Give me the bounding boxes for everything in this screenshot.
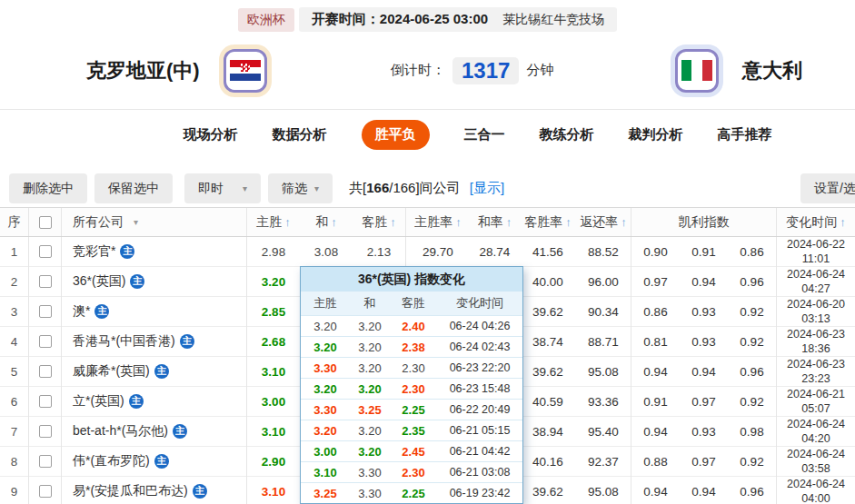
col-draw-rate[interactable]: 和率↑ xyxy=(470,208,520,236)
col-away-win[interactable]: 客胜↑ xyxy=(353,208,406,236)
kickoff-strip: 开赛时间：2024-06-25 03:00 莱比锡红牛竞技场 xyxy=(299,7,617,32)
filter-dropdown[interactable]: 筛选▾ xyxy=(268,173,333,203)
return-rate: 95.08 xyxy=(576,357,631,387)
settings-button[interactable]: 设置/选 xyxy=(800,173,855,203)
company-name[interactable]: 伟*(直布罗陀)主 xyxy=(62,447,247,477)
tab-bar: 现场分析数据分析胜平负三合一教练分析裁判分析高手推荐 xyxy=(50,110,855,161)
tab-5[interactable]: 教练分析 xyxy=(540,120,594,150)
tab-6[interactable]: 裁判分析 xyxy=(629,120,683,150)
away-rate: 39.62 xyxy=(520,357,576,387)
change-time: 2024-06-2211:01 xyxy=(777,237,855,267)
popup-col-2: 和 xyxy=(350,292,390,315)
away-rate: 38.74 xyxy=(520,327,576,357)
row-checkbox[interactable] xyxy=(39,245,52,258)
change-time: 2024-06-2404:00 xyxy=(777,477,855,504)
italy-flag-icon xyxy=(675,49,719,93)
popup-home-odds: 3.20 xyxy=(301,379,350,399)
show-link[interactable]: [显示] xyxy=(470,180,504,195)
row-checkbox[interactable] xyxy=(39,395,52,408)
odds-home: 3.20 xyxy=(247,267,300,297)
row-seq: 4 xyxy=(0,327,29,357)
popup-change-time: 06-23 15:48 xyxy=(437,379,522,399)
away-rate: 38.94 xyxy=(520,417,576,447)
main-company-badge-icon: 主 xyxy=(193,484,207,499)
draw-rate: 28.74 xyxy=(470,237,520,267)
company-name[interactable]: 香港马*(中国香港)主 xyxy=(62,327,247,357)
popup-away-odds: 2.25 xyxy=(390,400,437,420)
col-away-rate[interactable]: 客胜率↑ xyxy=(520,208,576,236)
company-name[interactable]: bet-at-h*(马尔他)主 xyxy=(62,417,247,447)
chevron-down-icon: ▾ xyxy=(134,217,138,227)
popup-away-odds: 2.30 xyxy=(390,462,437,482)
popup-draw-odds: 3.30 xyxy=(350,462,390,482)
popup-away-odds: 2.38 xyxy=(390,337,437,357)
popup-header: 主胜和客胜变化时间 xyxy=(301,292,522,315)
row-checkbox[interactable] xyxy=(39,335,52,348)
change-time: 2024-06-2404:20 xyxy=(777,417,855,447)
return-rate: 92.37 xyxy=(576,447,631,477)
odds-away: 2.13 xyxy=(353,237,406,267)
away-rate: 40.59 xyxy=(520,387,576,417)
tab-4[interactable]: 三合一 xyxy=(464,120,505,150)
row-seq: 3 xyxy=(0,297,29,327)
col-home-win[interactable]: 主胜↑ xyxy=(247,208,300,236)
col-draw[interactable]: 和↑ xyxy=(300,208,353,236)
popup-away-odds: 2.35 xyxy=(390,420,437,440)
company-name[interactable]: 竞彩官*主 xyxy=(62,237,247,267)
main-company-badge-icon: 主 xyxy=(180,334,194,349)
away-rate: 41.56 xyxy=(520,237,576,267)
col-return-rate[interactable]: 返还率↑ xyxy=(576,208,631,236)
countdown-value: 1317 xyxy=(452,57,519,84)
sort-up-icon: ↑ xyxy=(840,215,846,229)
popup-draw-odds: 3.20 xyxy=(350,379,390,399)
row-checkbox[interactable] xyxy=(39,365,52,378)
popup-title: 36*(英国) 指数变化 xyxy=(301,267,522,292)
main-company-badge-icon: 主 xyxy=(129,394,144,409)
col-change-time[interactable]: 变化时间↑ xyxy=(777,208,855,236)
tab-1[interactable]: 现场分析 xyxy=(184,120,238,150)
tab-3[interactable]: 胜平负 xyxy=(362,120,430,150)
company-name[interactable]: 立*(英国)主 xyxy=(62,387,247,417)
kelly-values: 0.940.930.98 xyxy=(631,417,777,447)
live-odds-dropdown[interactable]: 即时▾ xyxy=(184,173,261,203)
keep-selected-button[interactable]: 保留选中 xyxy=(94,173,173,203)
row-checkbox-cell xyxy=(29,387,62,417)
company-name[interactable]: 威廉希*(英国)主 xyxy=(62,357,247,387)
tab-2[interactable]: 数据分析 xyxy=(273,120,327,150)
popup-col-4: 变化时间 xyxy=(437,292,522,315)
odds-table-header: 序 所有公司▾ 主胜↑ 和↑ 客胜↑ 主胜率↑ 和率↑ 客胜率↑ 返还率↑ 凯利… xyxy=(0,207,855,237)
row-checkbox[interactable] xyxy=(39,425,52,438)
main-company-badge-icon: 主 xyxy=(120,244,134,259)
row-checkbox-cell xyxy=(29,417,62,447)
sort-up-icon: ↑ xyxy=(621,215,627,229)
tab-7[interactable]: 高手推荐 xyxy=(718,120,772,150)
toolbar: 删除选中 保留选中 即时▾ 筛选▾ 共[166/166]间公司 [显示] 设置/… xyxy=(0,173,855,203)
popup-row: 3.203.202.3006-23 15:48 xyxy=(301,378,522,399)
delete-selected-button[interactable]: 删除选中 xyxy=(9,173,87,203)
col-company[interactable]: 所有公司▾ xyxy=(62,208,247,236)
return-rate: 88.71 xyxy=(576,327,631,357)
change-time: 2024-06-2404:27 xyxy=(777,267,855,297)
odds-home: 3.10 xyxy=(247,477,300,504)
company-name[interactable]: 36*(英国)主 xyxy=(62,267,247,297)
select-all-checkbox-cell xyxy=(29,208,62,236)
row-checkbox[interactable] xyxy=(39,275,52,288)
row-checkbox[interactable] xyxy=(39,305,52,318)
company-name[interactable]: 澳*主 xyxy=(62,297,247,327)
col-home-rate[interactable]: 主胜率↑ xyxy=(406,208,470,236)
change-time: 2024-06-2323:23 xyxy=(777,357,855,387)
away-team-name: 意大利 xyxy=(742,57,802,84)
croatia-flag-icon xyxy=(224,49,267,93)
row-checkbox[interactable] xyxy=(39,485,52,498)
popup-change-time: 06-21 04:42 xyxy=(437,441,522,461)
popup-draw-odds: 3.25 xyxy=(350,400,390,420)
row-checkbox-cell xyxy=(29,447,62,477)
popup-row: 3.203.202.4006-24 04:26 xyxy=(301,315,522,336)
away-rate: 39.62 xyxy=(520,297,576,327)
company-name[interactable]: 易*(安提瓜和巴布达)主 xyxy=(62,477,247,504)
popup-draw-odds: 3.20 xyxy=(350,441,390,461)
kelly-values: 0.860.930.92 xyxy=(631,297,777,327)
match-info-bar: 欧洲杯 开赛时间：2024-06-25 03:00 莱比锡红牛竞技场 xyxy=(0,0,855,32)
select-all-checkbox[interactable] xyxy=(39,216,52,229)
row-checkbox[interactable] xyxy=(39,455,52,468)
